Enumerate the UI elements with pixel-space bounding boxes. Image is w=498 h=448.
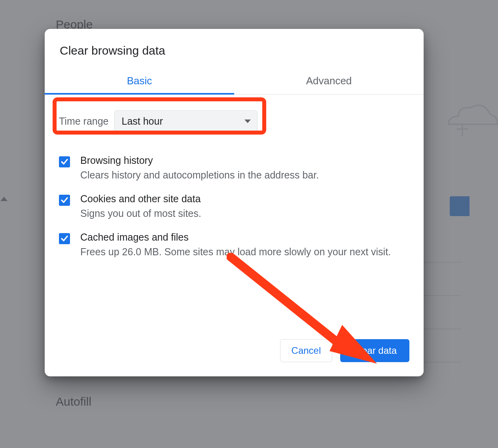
time-range-row: Time range Last hour [57, 104, 411, 139]
option-description: Clears history and autocompletions in th… [80, 169, 319, 182]
chevron-down-icon [244, 120, 251, 123]
dialog-header: Clear browsing data [45, 29, 424, 68]
option-cookies: Cookies and other site data Signs you ou… [57, 188, 411, 226]
dialog-footer: Cancel Clear data [45, 339, 424, 376]
option-title: Cookies and other site data [80, 193, 201, 205]
option-text: Browsing history Clears history and auto… [80, 155, 319, 182]
cancel-button[interactable]: Cancel [280, 339, 333, 362]
dialog-tabs: Basic Advanced [45, 68, 424, 95]
option-description: Frees up 26.0 MB. Some sites may load mo… [80, 245, 391, 259]
svg-line-2 [231, 257, 349, 352]
option-title: Browsing history [80, 155, 319, 166]
option-title: Cached images and files [80, 232, 391, 243]
tab-basic-label: Basic [127, 75, 152, 87]
checkbox-cache[interactable] [59, 233, 70, 244]
option-text: Cached images and files Frees up 26.0 MB… [80, 232, 391, 259]
time-range-selected-value: Last hour [122, 116, 163, 127]
checkmark-icon [61, 196, 68, 204]
cancel-button-label: Cancel [292, 345, 321, 356]
tab-basic[interactable]: Basic [45, 68, 234, 94]
dialog-body: Time range Last hour Browsing history Cl… [45, 95, 424, 339]
option-browsing-history: Browsing history Clears history and auto… [57, 149, 411, 188]
checkmark-icon [61, 235, 68, 243]
dialog-title: Clear browsing data [60, 44, 409, 57]
clear-data-button-label: Clear data [353, 345, 397, 356]
time-range-select[interactable]: Last hour [114, 110, 258, 132]
tab-advanced[interactable]: Advanced [234, 68, 424, 94]
option-text: Cookies and other site data Signs you ou… [80, 193, 201, 220]
option-cache: Cached images and files Frees up 26.0 MB… [57, 226, 411, 264]
time-range-label: Time range [59, 116, 109, 127]
clear-browsing-data-dialog: Clear browsing data Basic Advanced Time … [45, 29, 424, 376]
checkbox-browsing-history[interactable] [59, 156, 70, 167]
clear-data-button[interactable]: Clear data [340, 339, 409, 362]
checkbox-cookies[interactable] [59, 195, 70, 206]
clear-options-list: Browsing history Clears history and auto… [57, 149, 411, 264]
tab-advanced-label: Advanced [306, 75, 352, 87]
checkmark-icon [61, 158, 68, 166]
option-description: Signs you out of most sites. [80, 207, 201, 220]
